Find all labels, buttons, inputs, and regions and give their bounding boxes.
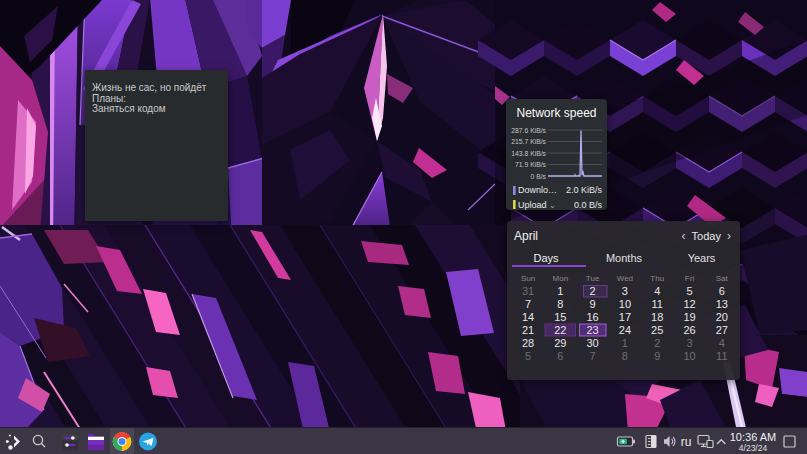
svg-text:3: 3 xyxy=(622,285,628,297)
svg-text:10: 10 xyxy=(619,298,631,310)
svg-text:Thu: Thu xyxy=(650,274,664,283)
svg-text:2: 2 xyxy=(654,337,660,349)
svg-text:6: 6 xyxy=(557,350,563,362)
svg-text:22: 22 xyxy=(554,324,566,336)
svg-text:71.9 KiB/s: 71.9 KiB/s xyxy=(515,161,547,168)
svg-text:ru: ru xyxy=(681,435,692,449)
svg-text:Mon: Mon xyxy=(553,274,569,283)
svg-text:25: 25 xyxy=(651,324,663,336)
svg-text:29: 29 xyxy=(554,337,566,349)
svg-text:14: 14 xyxy=(522,311,534,323)
svg-text:143.8 KiB/s: 143.8 KiB/s xyxy=(511,150,546,157)
svg-text:9: 9 xyxy=(654,350,660,362)
svg-text:Sun: Sun xyxy=(521,274,535,283)
svg-text:10:36 AM: 10:36 AM xyxy=(730,431,776,443)
svg-text:7: 7 xyxy=(590,350,596,362)
svg-text:4/23/24: 4/23/24 xyxy=(739,443,768,453)
svg-text:215.7 KiB/s: 215.7 KiB/s xyxy=(511,138,546,145)
svg-text:11: 11 xyxy=(651,298,662,310)
svg-text:4: 4 xyxy=(654,285,660,297)
svg-text:28: 28 xyxy=(522,337,534,349)
svg-text:Wed: Wed xyxy=(617,274,633,283)
svg-text:1: 1 xyxy=(622,337,628,349)
svg-text:5: 5 xyxy=(686,285,692,297)
svg-text:18: 18 xyxy=(651,311,663,323)
svg-text:7: 7 xyxy=(525,298,531,310)
svg-text:20: 20 xyxy=(716,311,728,323)
svg-text:Fri: Fri xyxy=(685,274,695,283)
svg-text:27: 27 xyxy=(716,324,728,336)
svg-text:Tue: Tue xyxy=(586,274,600,283)
svg-text:16: 16 xyxy=(586,311,598,323)
svg-text:4: 4 xyxy=(719,337,725,349)
svg-text:10: 10 xyxy=(683,350,695,362)
svg-text:31: 31 xyxy=(522,285,534,297)
svg-text:15: 15 xyxy=(554,311,566,323)
svg-text:21: 21 xyxy=(522,324,534,336)
svg-text:12: 12 xyxy=(683,298,695,310)
svg-text:6: 6 xyxy=(719,285,725,297)
svg-text:24: 24 xyxy=(619,324,631,336)
svg-text:9: 9 xyxy=(590,298,596,310)
svg-text:8: 8 xyxy=(557,298,563,310)
svg-text:0 B/s: 0 B/s xyxy=(531,173,547,180)
svg-text:1: 1 xyxy=(557,285,563,297)
svg-text:287.6 KiB/s: 287.6 KiB/s xyxy=(511,127,546,134)
svg-text:2: 2 xyxy=(590,285,596,297)
svg-text:11: 11 xyxy=(716,350,727,362)
svg-text:13: 13 xyxy=(716,298,728,310)
svg-text:26: 26 xyxy=(683,324,695,336)
svg-text:Sat: Sat xyxy=(716,274,729,283)
svg-text:5: 5 xyxy=(525,350,531,362)
svg-text:23: 23 xyxy=(586,324,598,336)
svg-text:8: 8 xyxy=(622,350,628,362)
svg-text:17: 17 xyxy=(619,311,631,323)
svg-text:30: 30 xyxy=(586,337,598,349)
svg-text:3: 3 xyxy=(686,337,692,349)
svg-text:19: 19 xyxy=(683,311,695,323)
